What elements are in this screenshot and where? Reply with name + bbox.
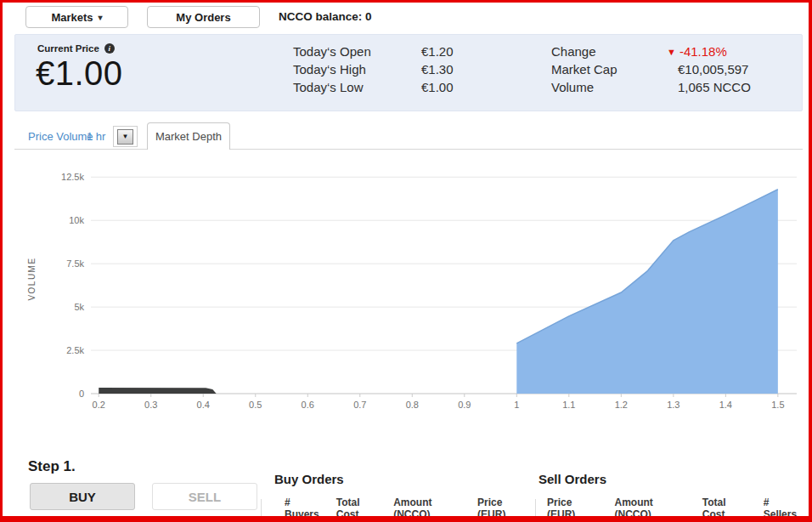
info-icon[interactable]: i bbox=[104, 43, 115, 54]
stat-value: €10,005,597 bbox=[678, 62, 748, 77]
stat-row-open: Today‘s Open €1.20 bbox=[293, 43, 454, 60]
column-header: Amount (NCCO) bbox=[393, 496, 465, 520]
triangle-down-icon: ▼ bbox=[667, 47, 676, 57]
svg-text:0.4: 0.4 bbox=[197, 400, 210, 410]
svg-text:10k: 10k bbox=[69, 215, 84, 225]
stat-label: Change bbox=[551, 44, 667, 59]
stat-row-marketcap: Market Cap €10,005,597 bbox=[551, 60, 751, 78]
stat-value: €1.30 bbox=[421, 62, 454, 77]
interval-dropdown[interactable]: ▼ bbox=[113, 126, 138, 147]
stat-label: Today‘s Low bbox=[293, 80, 421, 94]
svg-text:7.5k: 7.5k bbox=[66, 258, 84, 269]
stat-label: Market Cap bbox=[551, 62, 667, 77]
svg-text:1.4: 1.4 bbox=[719, 400, 732, 410]
buy-orders-header-row: # Buyers Total Cost Amount (NCCO) Price … bbox=[261, 499, 529, 519]
column-header: Price (EUR) bbox=[477, 496, 529, 520]
svg-text:0: 0 bbox=[79, 389, 84, 399]
svg-text:2.5k: 2.5k bbox=[66, 345, 84, 355]
today-stats-column: Today‘s Open €1.20 Today‘s High €1.30 To… bbox=[293, 43, 454, 96]
trading-page: { "topbar": { "markets_label": "Markets"… bbox=[0, 0, 812, 522]
svg-text:0.8: 0.8 bbox=[406, 400, 419, 410]
sell-orders-header-row: Price (EUR) Amount (NCCO) Total Cost # S… bbox=[535, 499, 802, 519]
stat-value: €1.00 bbox=[421, 80, 454, 94]
current-price-label-text: Current Price bbox=[37, 43, 99, 54]
markets-menu-label: Markets bbox=[51, 11, 93, 24]
change-value: -41.18% bbox=[679, 44, 727, 59]
price-summary-panel: Current Price i €1.00 Today‘s Open €1.20… bbox=[14, 34, 803, 111]
stat-label: Volume bbox=[551, 80, 667, 94]
buy-orders-title: Buy Orders bbox=[274, 472, 344, 486]
my-orders-button[interactable]: My Orders bbox=[147, 6, 260, 28]
svg-text:VOLUME: VOLUME bbox=[27, 257, 37, 300]
svg-text:0.9: 0.9 bbox=[458, 400, 471, 410]
tab-market-depth[interactable]: Market Depth bbox=[147, 122, 230, 150]
buy-button[interactable]: BUY bbox=[30, 483, 135, 510]
column-header: Total Cost bbox=[702, 496, 747, 520]
step-heading: Step 1. bbox=[28, 458, 76, 475]
tab-divider bbox=[14, 149, 803, 150]
my-orders-label: My Orders bbox=[176, 11, 230, 24]
stat-value: 1,065 NCCO bbox=[678, 80, 751, 94]
sell-button[interactable]: SELL bbox=[152, 483, 257, 510]
svg-text:5k: 5k bbox=[74, 302, 84, 312]
column-header: Amount (NCCO) bbox=[615, 496, 686, 520]
stat-row-change: Change ▼ -41.18% bbox=[551, 43, 751, 60]
tab-price-volume[interactable]: Price Volume bbox=[28, 130, 93, 143]
svg-text:0.3: 0.3 bbox=[144, 400, 157, 410]
interval-link[interactable]: 1 hr bbox=[87, 130, 105, 143]
market-stats-column: Change ▼ -41.18% Market Cap €10,005,597 … bbox=[551, 43, 751, 96]
column-header: # Buyers bbox=[285, 496, 324, 520]
dropdown-arrow-icon: ▼ bbox=[117, 129, 133, 145]
svg-text:0.2: 0.2 bbox=[93, 400, 105, 410]
svg-text:1: 1 bbox=[514, 400, 519, 410]
markets-menu-button[interactable]: Markets ▾ bbox=[25, 6, 128, 28]
ncco-balance: NCCO balance: 0 bbox=[279, 10, 372, 23]
column-header: Total Cost bbox=[336, 496, 381, 520]
svg-text:12.5k: 12.5k bbox=[61, 172, 84, 182]
stat-label: Today‘s Open bbox=[293, 44, 421, 59]
current-price-value: €1.00 bbox=[36, 54, 123, 93]
current-price-label: Current Price i bbox=[37, 43, 115, 54]
stat-row-low: Today‘s Low €1.00 bbox=[293, 78, 454, 96]
svg-text:1.3: 1.3 bbox=[667, 400, 679, 410]
tab-market-depth-label: Market Depth bbox=[155, 130, 222, 143]
market-depth-chart: 02.5k5k7.5k10k12.5k0.20.30.40.50.60.70.8… bbox=[14, 154, 803, 419]
stat-row-high: Today‘s High €1.30 bbox=[293, 60, 454, 78]
svg-text:1.2: 1.2 bbox=[615, 400, 628, 410]
stat-row-volume: Volume 1,065 NCCO bbox=[551, 78, 751, 96]
stat-label: Today‘s High bbox=[293, 62, 421, 77]
stat-value: €1.20 bbox=[421, 44, 454, 59]
column-header: Price (EUR) bbox=[547, 496, 599, 520]
svg-text:1.1: 1.1 bbox=[562, 400, 575, 410]
svg-text:1.5: 1.5 bbox=[771, 400, 784, 410]
svg-text:0.5: 0.5 bbox=[249, 400, 262, 410]
sell-orders-title: Sell Orders bbox=[539, 472, 606, 486]
svg-text:0.7: 0.7 bbox=[353, 400, 366, 410]
svg-text:0.6: 0.6 bbox=[302, 400, 314, 410]
column-header: # Sellers bbox=[764, 496, 802, 520]
chevron-down-icon: ▾ bbox=[99, 13, 103, 22]
